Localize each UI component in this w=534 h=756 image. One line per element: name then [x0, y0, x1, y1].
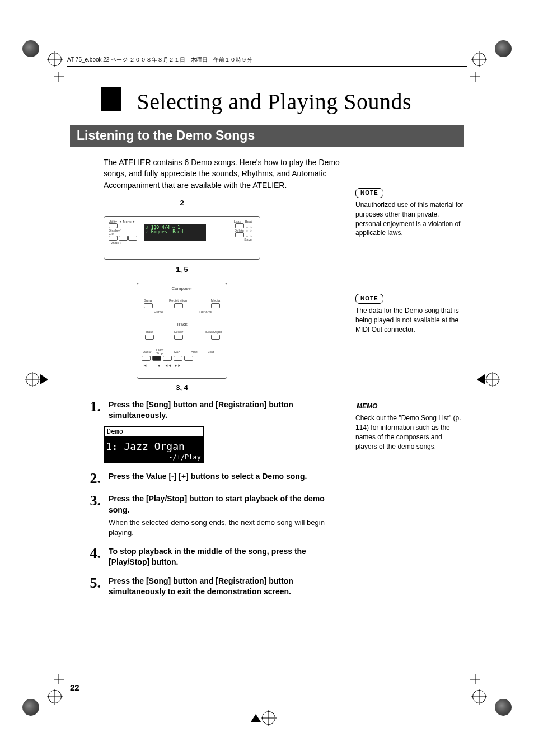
callout-3-4: 3, 4	[104, 383, 260, 392]
intro-text: The ATELIER contains 6 Demo songs. Here'…	[104, 157, 344, 191]
side-mark-right	[477, 373, 509, 384]
callout-2: 2	[104, 199, 260, 207]
step-3: 3. Press the [Play/Stop] button to start…	[70, 494, 344, 538]
section-title: Listening to the Demo Songs	[70, 125, 464, 147]
tick-bl	[54, 674, 64, 684]
tick-br	[470, 674, 480, 684]
page-number: 22	[70, 683, 79, 692]
demo-lcd-screenshot: Demo 1: Jazz Organ -/+/Play	[104, 426, 204, 463]
tick-tl	[54, 72, 64, 82]
step-1: 1. Press the [Song] button and [Registra…	[70, 400, 344, 421]
tick-tr	[470, 72, 480, 82]
column-divider	[350, 157, 350, 627]
crop-mark-bl	[22, 689, 49, 716]
sidebar-note-2: NOTE The data for the Demo song that is …	[355, 294, 464, 334]
crop-mark-br	[485, 689, 512, 716]
note-icon: NOTE	[355, 188, 383, 198]
step-2: 2. Press the Value [-] [+] buttons to se…	[70, 471, 344, 486]
crop-mark-tl	[22, 40, 49, 67]
step-4: 4. To stop playback in the middle of the…	[70, 546, 344, 568]
memo-icon: MEMO	[355, 402, 378, 412]
chapter-title: Selecting and Playing Sounds	[101, 87, 464, 115]
running-header: AT-75_e.book 22 ページ ２００８年８月２１日 木曜日 午前１０時…	[67, 56, 467, 67]
note-icon: NOTE	[355, 294, 383, 304]
side-mark-bottom	[251, 711, 283, 722]
lcd-line2: ♪ Biggest Band	[146, 230, 205, 234]
sidebar-note-1: NOTE Unauthorized use of this material f…	[355, 188, 464, 238]
sidebar-memo: MEMO Check out the "Demo Song List" (p. …	[355, 402, 464, 452]
step-5: 5. Press the [Song] button and [Registra…	[70, 576, 344, 598]
panel-diagram: 2 ♩=130 4/4 𝄐 1 ♪ Biggest Band Utility ◄…	[104, 199, 260, 392]
side-mark-left	[25, 373, 57, 384]
callout-1-5: 1, 5	[104, 265, 260, 274]
crop-mark-tr	[485, 40, 512, 67]
